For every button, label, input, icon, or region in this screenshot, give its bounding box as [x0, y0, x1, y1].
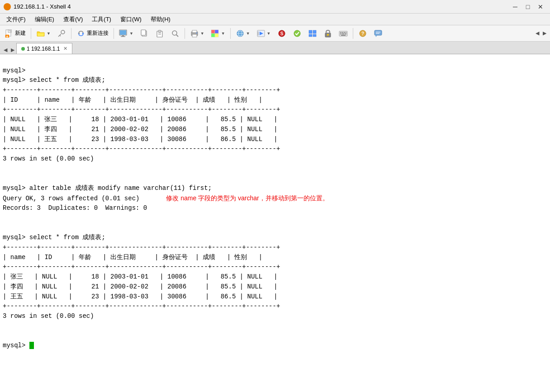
comment-annotation: 修改 name 字段的类型为 varchar，并移动到第一的位置。 — [166, 194, 328, 202]
copy-icon — [140, 29, 149, 38]
svg-point-42 — [294, 30, 300, 37]
maximize-button[interactable]: □ — [522, 2, 534, 12]
grid1-button[interactable] — [305, 28, 320, 39]
globe-button[interactable]: ▼ — [233, 28, 253, 39]
svg-text:?: ? — [361, 31, 364, 36]
monitor-button[interactable]: ▼ — [116, 28, 136, 39]
minimize-button[interactable]: ─ — [509, 2, 521, 12]
reconnect-icon — [76, 29, 85, 38]
svg-rect-54 — [340, 33, 341, 34]
open-button[interactable]: ▼ — [33, 28, 53, 39]
lock-icon — [323, 29, 332, 38]
tab-status-dot — [21, 47, 25, 51]
separator-2 — [71, 28, 71, 39]
theme-button[interactable]: ▼ — [208, 28, 228, 39]
svg-rect-52 — [344, 32, 345, 33]
cursor-block — [29, 342, 34, 349]
tab-session[interactable]: 1 192.168.1.1 ✕ — [16, 43, 72, 54]
svg-rect-51 — [342, 32, 343, 33]
terminal-line-20: | 张三 | NULL | 18 | 2003-01-01 | 10086 | … — [3, 273, 278, 280]
monitor-arrow: ▼ — [129, 31, 133, 36]
chat-button[interactable] — [371, 28, 385, 39]
separator-1 — [31, 28, 31, 39]
svg-rect-28 — [211, 33, 215, 37]
svg-rect-15 — [141, 30, 146, 35]
toolbar: + 新建 ▼ — [0, 25, 550, 42]
terminal-line-23: +--------+--------+--------+------------… — [3, 302, 280, 310]
tab-prev-btn[interactable]: ◀ — [2, 46, 9, 54]
svg-rect-43 — [309, 30, 312, 33]
tab-bar: ◀ ▶ 1 192.168.1.1 ✕ — [0, 42, 550, 54]
svg-rect-53 — [346, 32, 346, 33]
terminal-line-2: mysql> select * from 成绩表; — [3, 76, 105, 84]
svg-rect-11 — [120, 30, 126, 35]
keyboard-button[interactable] — [336, 28, 351, 39]
menu-file[interactable]: 文件(F) — [2, 14, 30, 24]
open-arrow: ▼ — [47, 31, 51, 36]
print-button[interactable]: ▼ — [187, 28, 207, 39]
separator-3 — [114, 28, 114, 39]
svg-marker-61 — [375, 35, 377, 37]
grid1-icon — [308, 29, 317, 38]
menu-view[interactable]: 查看(V) — [59, 14, 87, 24]
title-bar-left: 192.168.1.1 - Xshell 4 — [4, 3, 71, 10]
globe-arrow: ▼ — [246, 31, 250, 36]
check-button[interactable] — [290, 28, 304, 39]
svg-rect-57 — [341, 35, 346, 36]
help-button[interactable]: ? — [356, 28, 370, 39]
terminal-line-5: +--------+--------+--------+------------… — [3, 106, 280, 113]
svg-rect-50 — [340, 32, 341, 33]
scroll-right-btn[interactable]: ▶ — [541, 30, 548, 37]
scroll-left-btn[interactable]: ◀ — [534, 30, 541, 37]
close-button[interactable]: ✕ — [535, 2, 546, 12]
key-icon — [57, 29, 66, 38]
terminal-line-7: | NULL | 李四 | 21 | 2000-02-02 | 20086 | … — [3, 126, 278, 133]
ssh-button[interactable]: S — [275, 28, 289, 39]
key-button[interactable] — [54, 28, 69, 39]
separator-4 — [185, 28, 185, 39]
print-arrow: ▼ — [200, 31, 204, 36]
script-button[interactable]: ▼ — [254, 28, 274, 39]
menu-tools[interactable]: 工具(T) — [87, 14, 116, 24]
terminal-line-6: | NULL | 张三 | 18 | 2003-01-01 | 10086 | … — [3, 116, 278, 123]
terminal-line-22: | 王五 | NULL | 23 | 1998-03-03 | 30086 | … — [3, 293, 278, 300]
print-icon — [190, 29, 199, 38]
reconnect-button[interactable]: 重新连接 — [74, 28, 111, 39]
terminal-line-13: Query OK, 3 rows affected (0.01 sec) 修改 … — [3, 195, 329, 202]
svg-rect-13 — [121, 36, 125, 37]
svg-point-20 — [172, 31, 177, 35]
tab-close-btn[interactable]: ✕ — [63, 46, 67, 52]
terminal-line-12: mysql> alter table 成绩表 modify name varch… — [3, 184, 212, 192]
new-button[interactable]: + 新建 — [2, 28, 28, 39]
lock-button[interactable] — [321, 28, 335, 39]
tab-next-btn[interactable]: ▶ — [9, 46, 16, 54]
monitor-icon — [119, 29, 128, 38]
terminal[interactable]: mysql> mysql> select * from 成绩表; +------… — [0, 54, 550, 392]
svg-rect-26 — [211, 30, 215, 33]
terminal-line-19: +--------+--------+--------+------------… — [3, 263, 280, 270]
chat-icon — [374, 29, 383, 38]
reconnect-label: 重新连接 — [87, 29, 109, 37]
terminal-line-14: Records: 3 Duplicates: 0 Warnings: 0 — [3, 204, 147, 212]
svg-point-48 — [327, 34, 329, 36]
paste-button[interactable] — [152, 28, 167, 39]
terminal-line-1: mysql> — [3, 67, 25, 74]
terminal-line-8: | NULL | 王五 | 23 | 1998-03-03 | 30086 | … — [3, 136, 278, 143]
menu-window[interactable]: 窗口(W) — [116, 14, 146, 24]
svg-text:S: S — [280, 31, 283, 36]
ssh-icon: S — [277, 29, 286, 38]
copy-button[interactable] — [137, 28, 152, 39]
find-button[interactable] — [168, 28, 182, 39]
terminal-line-3: +--------+--------+--------+------------… — [3, 86, 280, 94]
find-icon — [171, 29, 180, 38]
keyboard-icon — [339, 29, 348, 38]
svg-point-25 — [196, 33, 197, 33]
menu-help[interactable]: 帮助(H) — [146, 14, 175, 24]
terminal-line-10: 3 rows in set (0.00 sec) — [3, 155, 94, 162]
terminal-line-21: | 李四 | NULL | 21 | 2000-02-02 | 20086 | … — [3, 283, 278, 290]
separator-5 — [230, 28, 231, 39]
terminal-line-18: | name | ID | 年龄 | 出生日期 | 身份证号 | 成绩 | 性别… — [3, 254, 262, 261]
terminal-line-16: mysql> select * from 成绩表; — [3, 234, 105, 241]
menu-edit[interactable]: 编辑(E) — [30, 14, 59, 24]
tab-label: 1 192.168.1.1 — [27, 46, 60, 52]
